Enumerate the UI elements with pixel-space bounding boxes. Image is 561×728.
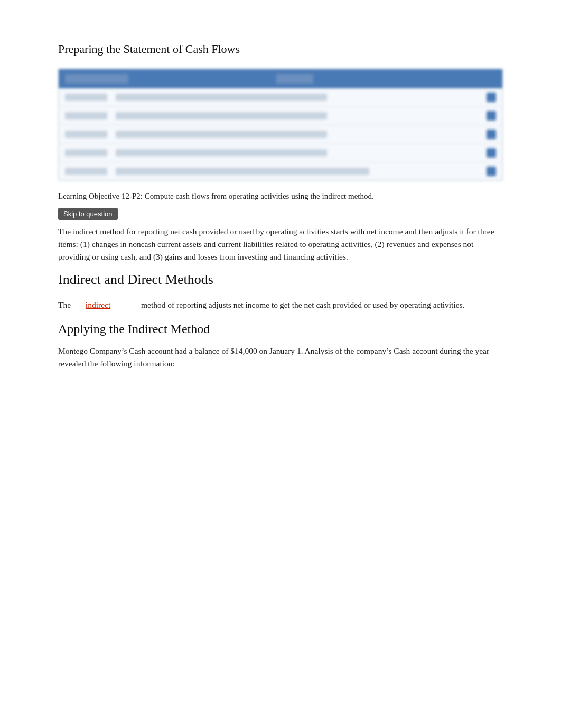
row-action-icon [487,130,496,139]
table-header-col2 [276,74,313,84]
row-action-icon [487,111,496,121]
table-row [59,88,502,107]
row-content [116,149,327,156]
applying-indirect-method-heading: Applying the Indirect Method [58,322,503,336]
indirect-method-description: The indirect method for reporting net ca… [58,225,503,263]
table-row [59,144,502,162]
blank-before: __ [73,298,83,312]
learning-objective-text: Learning Objective 12-P2: Compute cash f… [58,190,503,202]
skip-to-question-button[interactable]: Skip to question [58,208,118,220]
indirect-direct-methods-heading: Indirect and Direct Methods [58,271,503,289]
table-row [59,162,502,180]
table-row [59,107,502,125]
row-label [65,149,107,156]
fill-suffix: method of reporting adjusts net income t… [141,300,465,309]
row-content [116,112,327,119]
row-label [65,168,107,175]
row-action-icon [487,93,496,102]
fill-in-the-blank: The __ indirect _____ method of reportin… [58,298,503,312]
row-label [65,112,107,119]
row-content [116,168,369,175]
row-content [116,131,327,138]
row-label [65,94,107,101]
row-label [65,131,107,138]
fill-prefix: The [58,300,71,309]
row-content [116,94,327,101]
steps-table [58,69,503,181]
montego-company-text: Montego Company’s Cash account had a bal… [58,345,503,371]
table-header-col1 [65,74,128,84]
row-action-icon [487,148,496,158]
filled-answer: indirect [86,300,110,309]
row-action-icon [487,167,496,176]
blank-after: _____ [113,298,138,312]
page-title: Preparing the Statement of Cash Flows [58,42,503,56]
table-header [59,69,502,88]
table-row [59,125,502,144]
